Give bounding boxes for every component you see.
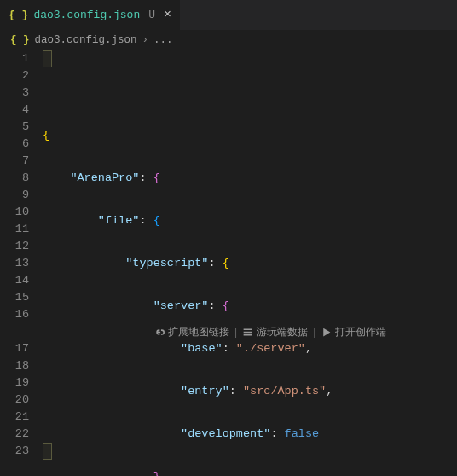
breadcrumb-filename: dao3.config.json	[35, 34, 137, 46]
line-number: 6	[0, 136, 29, 153]
line-number: 20	[0, 392, 29, 409]
bracket-highlight	[43, 443, 52, 460]
breadcrumb-rest: ...	[153, 34, 173, 46]
code-line: "development": false	[43, 426, 457, 443]
line-number: 14	[0, 272, 29, 289]
line-number: 16	[0, 306, 29, 323]
line-number: 1	[0, 50, 29, 67]
line-number: 9	[0, 187, 29, 204]
link-icon	[153, 327, 165, 338]
line-number: 4	[0, 102, 29, 119]
chevron-right-icon: ›	[142, 34, 149, 46]
line-number: 8	[0, 170, 29, 187]
line-number: 18	[0, 357, 29, 374]
line-number: 17	[0, 340, 29, 357]
code-line: {	[43, 127, 457, 144]
codelens-open-editor[interactable]: 打开创作端	[335, 323, 386, 340]
play-icon	[321, 327, 332, 338]
bracket-highlight	[43, 50, 52, 67]
tab-bar: { } dao3.config.json U ×	[0, 0, 457, 30]
tab-status-indicator: U	[148, 9, 155, 21]
line-number: 7	[0, 153, 29, 170]
code-line: "file": {	[43, 212, 457, 229]
data-icon	[242, 327, 253, 338]
json-file-icon: { }	[9, 9, 28, 21]
json-file-icon: { }	[10, 34, 30, 46]
code-line: },	[43, 468, 457, 476]
close-icon[interactable]: ×	[164, 8, 171, 22]
line-number: 3	[0, 84, 29, 102]
line-number: 11	[0, 221, 29, 238]
code-line: "entry": "src/App.ts",	[43, 383, 457, 400]
code-content[interactable]: { "ArenaPro": { "file": { "typescript": …	[43, 50, 457, 476]
line-number: 12	[0, 238, 29, 255]
line-number: 10	[0, 204, 29, 221]
line-number: 5	[0, 119, 29, 136]
line-number: 21	[0, 409, 29, 426]
codelens-link-map[interactable]: 扩展地图链接	[168, 323, 229, 340]
line-number: 22	[0, 426, 29, 443]
code-line: "base": "./server",	[43, 340, 457, 357]
code-line: "server": {	[43, 298, 457, 315]
code-editor[interactable]: 1 2 3 4 5 6 7 8 9 10 11 12 13 14 15 16 1…	[0, 50, 457, 476]
tab-filename: dao3.config.json	[33, 9, 140, 21]
code-line: "typescript": {	[43, 255, 457, 272]
line-number: 13	[0, 255, 29, 272]
line-number: 23	[0, 443, 29, 460]
code-line: "ArenaPro": {	[43, 170, 457, 187]
line-number: 2	[0, 67, 29, 84]
codelens-play-data[interactable]: 游玩端数据	[257, 323, 308, 340]
tab-dao3-config[interactable]: { } dao3.config.json U ×	[0, 0, 181, 30]
breadcrumb[interactable]: { } dao3.config.json › ...	[0, 30, 457, 50]
line-number-gutter: 1 2 3 4 5 6 7 8 9 10 11 12 13 14 15 16 1…	[0, 50, 43, 476]
line-number: 19	[0, 374, 29, 392]
line-number: 15	[0, 289, 29, 306]
codelens-row: 扩展地图链接 | 游玩端数据 | 打开创作端	[153, 323, 386, 340]
